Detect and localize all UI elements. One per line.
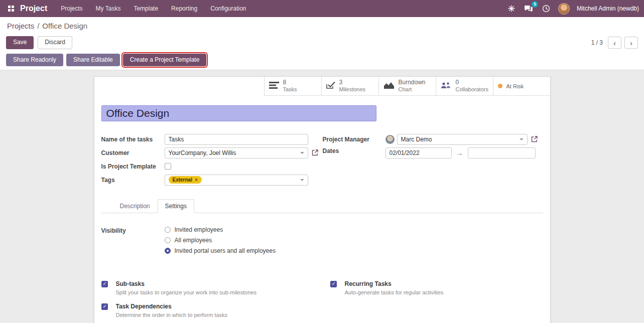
manager-external-link-icon[interactable] — [531, 136, 538, 142]
tasks-count: 8 — [283, 79, 297, 86]
pager-previous-button[interactable]: ‹ — [608, 37, 621, 49]
apps-grid-icon — [8, 6, 14, 12]
stat-button-collaborators[interactable]: 0 Collaborators — [436, 77, 493, 96]
content-area: 8 Tasks 3 Milestones Burndown — [0, 70, 644, 323]
stat-button-milestones[interactable]: 3 Milestones — [321, 77, 378, 96]
is-project-template-checkbox[interactable] — [165, 163, 171, 170]
at-risk-label: At Risk — [506, 83, 524, 89]
form-sheet: 8 Tasks 3 Milestones Burndown — [94, 76, 551, 323]
date-end-input[interactable] — [468, 147, 536, 158]
date-start-input[interactable] — [385, 147, 452, 158]
customer-external-link-icon[interactable] — [312, 149, 318, 156]
burndown-line1: Burndown — [399, 79, 426, 86]
settings-features: Sub-tasks Split your tasks to organize y… — [94, 280, 550, 318]
pager-counter: 1 / 3 — [591, 39, 603, 46]
caret-down-icon — [300, 152, 304, 154]
radio-checked-icon[interactable] — [165, 248, 171, 254]
form-right-column: Project Manager Marc Demo Dates → — [323, 132, 543, 187]
breadcrumb-separator: / — [37, 22, 39, 30]
radio-all-employees[interactable]: All employees — [165, 237, 276, 244]
collaborators-count: 0 — [456, 79, 488, 86]
name-of-tasks-label: Name of the tasks — [101, 136, 165, 143]
project-name-input[interactable]: Office Design — [101, 105, 376, 121]
radio-invited-employees-label: Invited employees — [175, 226, 223, 233]
menu-my-tasks[interactable]: My Tasks — [89, 0, 127, 17]
dates-label: Dates — [323, 147, 385, 154]
milestones-count: 3 — [339, 79, 366, 86]
tags-input[interactable]: External × — [165, 175, 308, 186]
tag-external[interactable]: External × — [169, 176, 202, 184]
recurring-tasks-title: Recurring Tasks — [345, 280, 444, 287]
sub-tasks-title: Sub-tasks — [116, 280, 257, 287]
apps-menu-button[interactable] — [5, 4, 17, 14]
tag-external-text: External — [173, 177, 192, 183]
collaborators-label: Collaborators — [456, 86, 488, 93]
user-avatar[interactable] — [558, 3, 570, 15]
field-row-is-project-template: Is Project Template — [101, 159, 323, 173]
field-row-project-manager: Project Manager Marc Demo — [323, 132, 543, 146]
project-manager-select[interactable]: Marc Demo — [397, 134, 528, 145]
tasks-icon — [269, 81, 279, 91]
systray-star-icon[interactable] — [507, 4, 516, 13]
users-icon — [441, 81, 452, 91]
field-row-tags: Tags External × — [101, 173, 323, 187]
field-row-customer: Customer YourCompany, Joel Willis — [101, 146, 323, 159]
caret-down-icon — [520, 138, 524, 140]
tab-description[interactable]: Description — [112, 199, 158, 213]
task-dependencies-checkbox[interactable] — [101, 303, 108, 310]
customer-select[interactable]: YourCompany, Joel Willis — [165, 147, 308, 158]
stat-button-burndown-chart[interactable]: Burndown Chart — [378, 77, 436, 96]
radio-all-employees-label: All employees — [175, 237, 212, 244]
activity-clock-icon[interactable] — [541, 4, 551, 14]
form-left-column: Name of the tasks Customer YourCompany, … — [101, 132, 323, 187]
name-of-tasks-input[interactable] — [165, 134, 308, 145]
menu-template[interactable]: Template — [127, 0, 165, 17]
navbar-left: Project Projects My Tasks Template Repor… — [5, 0, 253, 17]
menu-configuration[interactable]: Configuration — [204, 0, 252, 17]
radio-invited-portal-users-label: Invited portal users and all employees — [175, 247, 276, 254]
sub-tasks-checkbox[interactable] — [101, 281, 108, 287]
radio-icon[interactable] — [165, 237, 171, 243]
visibility-radio-group: Invited employees All employees Invited … — [165, 226, 276, 254]
recurring-tasks-description: Auto-generate tasks for regular activiti… — [345, 289, 444, 295]
visibility-label: Visibility — [101, 226, 165, 254]
area-chart-icon — [383, 81, 395, 91]
task-dependencies-description: Determine the order in which to perform … — [116, 312, 228, 318]
stat-button-tasks[interactable]: 8 Tasks — [264, 77, 321, 96]
menu-projects[interactable]: Projects — [54, 0, 89, 17]
customer-label: Customer — [101, 149, 165, 156]
sub-tasks-description: Split your tasks to organize your work i… — [116, 289, 257, 295]
pager-next-button[interactable]: › — [624, 37, 638, 49]
project-manager-label: Project Manager — [323, 136, 385, 143]
discard-button[interactable]: Discard — [38, 36, 72, 49]
notebook-tabs: Description Settings — [101, 199, 543, 213]
project-manager-value: Marc Demo — [401, 136, 517, 143]
messages-icon[interactable]: 5 — [523, 4, 534, 14]
radio-invited-portal-users[interactable]: Invited portal users and all employees — [165, 247, 276, 254]
tab-settings[interactable]: Settings — [158, 199, 194, 213]
manager-avatar — [385, 135, 395, 144]
stat-button-at-risk[interactable]: At Risk — [493, 77, 550, 96]
stat-button-row: 8 Tasks 3 Milestones Burndown — [94, 77, 550, 96]
share-editable-button[interactable]: Share Editable — [66, 54, 120, 66]
menu-reporting[interactable]: Reporting — [165, 0, 204, 17]
user-name[interactable]: Mitchell Admin (newdb) — [577, 5, 639, 12]
caret-down-icon — [300, 179, 304, 181]
field-row-dates: Dates → — [323, 146, 543, 159]
breadcrumb-projects-link[interactable]: Projects — [7, 22, 34, 30]
tags-label: Tags — [101, 177, 165, 184]
radio-invited-employees[interactable]: Invited employees — [165, 226, 276, 233]
customer-value: YourCompany, Joel Willis — [169, 149, 297, 156]
share-readonly-button[interactable]: Share Readonly — [6, 54, 63, 66]
feature-sub-tasks: Sub-tasks Split your tasks to organize y… — [101, 280, 330, 295]
tag-remove-icon[interactable]: × — [195, 177, 198, 183]
app-name[interactable]: Project — [20, 4, 47, 13]
main-menu: Projects My Tasks Template Reporting Con… — [54, 0, 252, 17]
arrow-right-icon: → — [456, 149, 463, 157]
create-project-template-button[interactable]: Create a Project Template — [123, 54, 207, 66]
save-button[interactable]: Save — [6, 36, 34, 49]
pager: 1 / 3 ‹ › — [591, 37, 638, 49]
radio-icon[interactable] — [165, 227, 171, 233]
message-count-badge: 5 — [532, 1, 538, 8]
recurring-tasks-checkbox[interactable] — [330, 281, 337, 287]
